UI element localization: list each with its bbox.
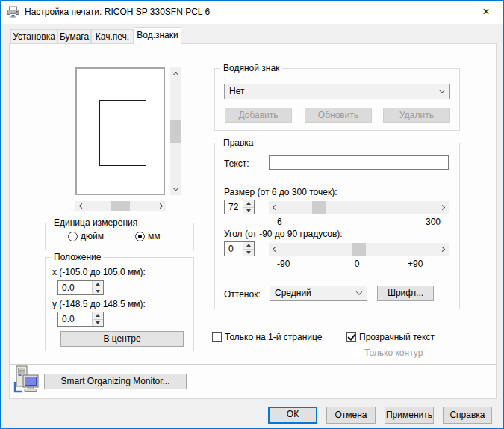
size-label: Размер (от 6 до 300 точек): (224, 187, 337, 197)
angle-slider-right-icon[interactable] (436, 243, 449, 256)
tab-setup[interactable]: Установка (10, 29, 57, 44)
delete-watermark-button[interactable]: Удалить (383, 108, 450, 123)
unit-inch-radio[interactable] (68, 232, 78, 241)
y-spin-up-icon[interactable] (93, 312, 103, 319)
x-spin-down-icon[interactable] (93, 288, 103, 295)
angle-slider[interactable] (269, 243, 449, 256)
ok-button[interactable]: ОК (268, 407, 317, 424)
edit-group: Правка Текст: Размер (от 6 до 300 точек)… (214, 143, 460, 309)
size-scale-max: 300 (417, 217, 441, 227)
unit-mm-label[interactable]: мм (148, 232, 161, 241)
shade-selected-value: Средний (275, 286, 311, 300)
center-button[interactable]: В центре (60, 331, 184, 347)
shade-label: Оттенок: (224, 289, 261, 300)
apply-button[interactable]: Применить (385, 407, 434, 424)
title-bar: Настройка печати: RICOH SP 330SFN PCL 6 … (1, 1, 503, 24)
transparent-text-checkbox[interactable] (346, 332, 356, 342)
position-y-spinner[interactable]: 0.0 (57, 312, 104, 327)
watermark-selected-value: Нет (229, 84, 244, 99)
tab-print-quality[interactable]: Кач.печ. (91, 29, 134, 44)
window-title: Настройка печати: RICOH SP 330SFN PCL 6 (25, 1, 210, 24)
unit-group: Единица измерения дюйм мм (45, 223, 194, 250)
position-x-value[interactable]: 0.0 (58, 281, 92, 294)
outline-only-label: Только контур (364, 348, 423, 358)
tab-watermarks[interactable]: Вод.знаки (134, 27, 181, 44)
size-slider-left-icon[interactable] (269, 201, 281, 214)
angle-scale-min: -90 (277, 259, 290, 269)
separator-line (10, 364, 496, 365)
size-slider-right-icon[interactable] (436, 201, 449, 214)
angle-spinner[interactable]: 0 (224, 241, 255, 256)
angle-slider-thumb[interactable] (352, 243, 366, 256)
watermark-preview (75, 67, 165, 195)
angle-value[interactable]: 0 (225, 242, 243, 256)
smart-organizing-monitor-button[interactable]: Smart Organizing Monitor... (44, 374, 187, 389)
first-page-only-checkbox[interactable] (212, 332, 222, 342)
font-button[interactable]: Шрифт... (377, 286, 434, 301)
position-x-spinner[interactable]: 0.0 (57, 280, 104, 295)
vertical-scroll-thumb[interactable] (170, 120, 181, 143)
scroll-up-icon[interactable] (170, 67, 181, 79)
size-spin-down-icon[interactable] (243, 207, 254, 214)
size-spin-up-icon[interactable] (243, 200, 254, 207)
chevron-down-icon (356, 288, 362, 294)
watermark-text-label: Текст: (224, 158, 249, 169)
size-spinner[interactable]: 72 (224, 200, 255, 214)
preview-vertical-scrollbar[interactable] (170, 67, 181, 195)
watermark-text-input[interactable] (269, 155, 449, 170)
edit-group-title: Правка (220, 138, 257, 148)
print-preferences-dialog: Настройка печати: RICOH SP 330SFN PCL 6 … (0, 0, 504, 429)
chevron-down-icon (439, 87, 445, 93)
angle-scale-max: +90 (408, 259, 423, 269)
scroll-left-icon[interactable] (75, 201, 87, 211)
horizontal-scroll-thumb[interactable] (111, 201, 130, 211)
watermark-group: Водяной знак Нет Добавить Обновить Удали… (214, 68, 460, 131)
watermark-group-title: Водяной знак (220, 63, 282, 73)
x-spin-up-icon[interactable] (93, 281, 103, 288)
position-group-title: Положение (51, 252, 104, 262)
computer-monitor-icon (11, 365, 41, 395)
scroll-right-icon[interactable] (154, 201, 166, 211)
help-button[interactable]: Справка (443, 407, 492, 424)
printer-icon (7, 6, 19, 19)
unit-group-title: Единица измерения (51, 217, 140, 228)
watermark-select[interactable]: Нет (224, 84, 450, 99)
size-scale-min: 6 (277, 217, 282, 227)
shade-select[interactable]: Средний (270, 286, 367, 301)
position-y-value[interactable]: 0.0 (58, 312, 92, 326)
scroll-down-icon[interactable] (170, 183, 181, 195)
tab-paper[interactable]: Бумага (57, 29, 91, 44)
preview-horizontal-scrollbar[interactable] (75, 201, 166, 211)
angle-label: Угол (от -90 до 90 градусов): (224, 229, 343, 239)
outline-only-checkbox (352, 348, 361, 357)
cancel-button[interactable]: Отмена (326, 407, 376, 424)
y-spin-down-icon[interactable] (93, 319, 103, 327)
preview-page-outline (99, 100, 146, 166)
close-button[interactable]: × (469, 1, 503, 23)
unit-inch-label[interactable]: дюйм (81, 232, 104, 241)
angle-scale-mid: 0 (342, 259, 372, 269)
first-page-only-label[interactable]: Только на 1-й странице (225, 332, 322, 342)
position-group: Положение x (-105.0 до 105.0 мм): 0.0 y … (45, 257, 194, 351)
update-watermark-button[interactable]: Обновить (305, 108, 372, 123)
unit-mm-radio[interactable] (135, 232, 145, 241)
watermarks-tab-page: Единица измерения дюйм мм Положение x (-… (9, 43, 497, 399)
angle-slider-left-icon[interactable] (269, 243, 281, 256)
add-watermark-button[interactable]: Добавить (225, 108, 292, 123)
transparent-text-label[interactable]: Прозрачный текст (359, 332, 435, 342)
size-value[interactable]: 72 (225, 200, 243, 214)
position-x-label: x (-105.0 до 105.0 мм): (52, 267, 146, 277)
angle-spin-up-icon[interactable] (243, 242, 254, 249)
size-slider[interactable] (269, 201, 449, 214)
size-slider-thumb[interactable] (312, 201, 326, 214)
position-y-label: y (-148.5 до 148.5 мм): (52, 299, 146, 309)
angle-spin-down-icon[interactable] (243, 249, 254, 256)
